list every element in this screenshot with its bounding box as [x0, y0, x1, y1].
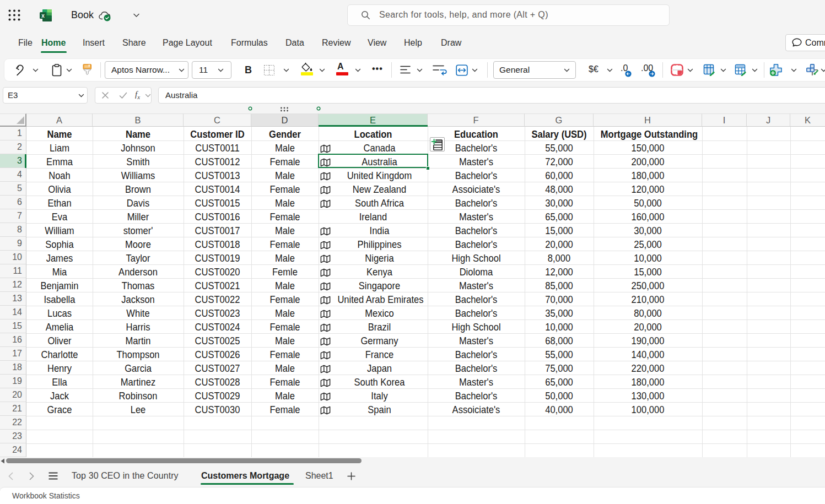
svg-text:x: x: [41, 13, 45, 19]
